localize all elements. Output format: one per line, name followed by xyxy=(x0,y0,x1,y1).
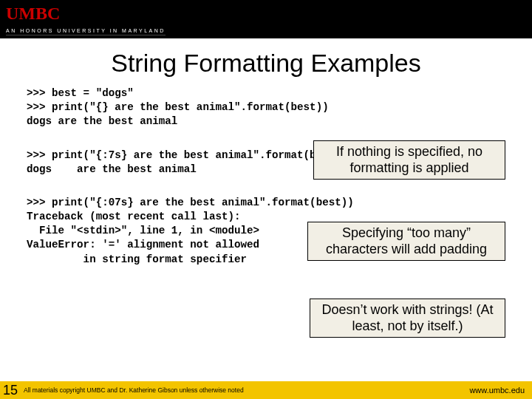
callout-string-error: Doesn’t work with strings! (At least, no… xyxy=(310,299,505,338)
footer-bar: 15 All materials copyright UMBC and Dr. … xyxy=(0,381,532,399)
copyright-text: All materials copyright UMBC and Dr. Kat… xyxy=(21,386,469,394)
footer-url: www.umbc.edu xyxy=(469,386,532,395)
page-title: String Formatting Examples xyxy=(0,49,532,78)
code-block-1: >>> best = "dogs" >>> print("{} are the … xyxy=(27,86,505,129)
tagline: AN HONORS UNIVERSITY IN MARYLAND xyxy=(6,28,166,35)
umbc-logo: UMBC xyxy=(6,4,526,22)
header-bar: UMBC AN HONORS UNIVERSITY IN MARYLAND xyxy=(0,0,532,38)
callout-no-formatting: If nothing is specified, no formatting i… xyxy=(313,140,505,180)
callout-padding: Specifying “too many” characters will ad… xyxy=(307,222,505,261)
slide-number: 15 xyxy=(0,381,21,399)
